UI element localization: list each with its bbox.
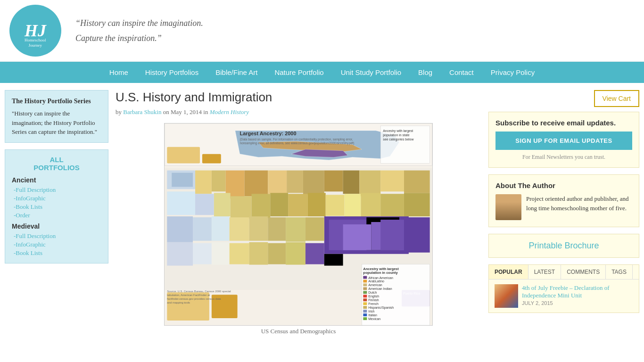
svg-rect-45 xyxy=(404,217,430,253)
site-tagline: “History can inspire the imagination. Ca… xyxy=(75,16,203,46)
post-image-container: Ancestry with largest population in stat… xyxy=(116,123,481,335)
svg-rect-58 xyxy=(249,242,268,265)
sidebar-medieval-book-lists[interactable]: -Book Lists xyxy=(12,249,101,257)
svg-rect-19 xyxy=(287,171,303,193)
svg-rect-24 xyxy=(380,171,404,192)
svg-text:American: American xyxy=(368,283,382,287)
svg-rect-74 xyxy=(363,283,367,286)
svg-rect-59 xyxy=(268,243,286,264)
email-signup-button[interactable]: SIGN UP FOR EMAIL UPDATES xyxy=(495,132,632,150)
tab-content: 4th of July Freebie – Declaration of Ind… xyxy=(489,280,639,313)
post-author[interactable]: Barbara Shukin xyxy=(123,108,161,115)
svg-text:tabulation, American FactFinde: tabulation, American FactFinder at xyxy=(167,294,210,296)
popular-post-date: JULY 2, 2015 xyxy=(522,300,633,306)
svg-rect-37 xyxy=(380,194,404,216)
svg-rect-25 xyxy=(404,171,430,193)
svg-rect-17 xyxy=(245,171,268,197)
svg-rect-3 xyxy=(202,154,221,164)
sidebar-series-title: The History Portfolio Series xyxy=(12,96,101,106)
sidebar-portfolios-box: ALLPORTFOLIOS Ancient -Full Description … xyxy=(5,149,108,263)
svg-rect-47 xyxy=(193,217,212,241)
svg-rect-48 xyxy=(212,216,230,241)
svg-text:French: French xyxy=(368,302,379,305)
svg-rect-14 xyxy=(195,171,212,194)
sidebar-ancient-order[interactable]: -Order xyxy=(12,211,101,220)
svg-text:Italian: Italian xyxy=(368,313,377,317)
svg-rect-92 xyxy=(363,317,367,320)
svg-text:(Data based on sample. For inf: (Data based on sample. For information o… xyxy=(240,138,353,141)
site-header: HJ HomeschoolJourney “History can inspir… xyxy=(0,0,644,62)
post-date: May 1, 2014 xyxy=(171,108,202,115)
sidebar-series-desc: "History can inspire the imagination; th… xyxy=(12,109,101,137)
svg-rect-34 xyxy=(326,195,345,216)
nav-nature-portfolio[interactable]: Nature Portfolio xyxy=(266,62,332,83)
sidebar-series-box: The History Portfolio Series "History ca… xyxy=(5,90,108,143)
main-nav: Home History Portfolios Bible/Fine Art N… xyxy=(0,62,644,83)
tab-comments[interactable]: COMMENTS xyxy=(561,265,606,279)
svg-text:see categories below: see categories below xyxy=(383,138,414,141)
nav-history-portfolios[interactable]: History Portfolios xyxy=(137,62,207,83)
svg-text:American Indian: American Indian xyxy=(368,287,392,290)
post-map-image: Ancestry with largest population in stat… xyxy=(164,123,433,326)
svg-rect-62 xyxy=(324,254,343,266)
svg-rect-36 xyxy=(361,193,380,217)
svg-rect-28 xyxy=(214,193,231,216)
sidebar-medieval-full-desc[interactable]: -Full Description xyxy=(12,232,101,240)
popular-post-text: 4th of July Freebie – Declaration of Ind… xyxy=(522,284,633,306)
svg-rect-78 xyxy=(363,291,367,294)
svg-rect-54 xyxy=(167,242,193,266)
nav-blog[interactable]: Blog xyxy=(410,62,441,83)
sidebar-medieval-infographic[interactable]: -InfoGraphic xyxy=(12,240,101,249)
image-caption: US Census and Demographics xyxy=(116,328,481,335)
svg-text:Source: U.S. Census Bureau, Ce: Source: U.S. Census Bureau, Census 2000 … xyxy=(167,290,231,293)
author-description: Project oriented author and publisher, a… xyxy=(526,194,632,213)
svg-rect-18 xyxy=(268,171,287,194)
nav-home[interactable]: Home xyxy=(101,62,137,83)
sidebar-ancient-full-desc[interactable]: -Full Description xyxy=(12,186,101,194)
all-portfolios-label: ALLPORTFOLIOS xyxy=(12,156,101,172)
tab-popular[interactable]: POPULAR xyxy=(489,265,528,279)
svg-rect-61 xyxy=(305,243,324,264)
sidebar-ancient-book-lists[interactable]: -Book Lists xyxy=(12,203,101,211)
post-category[interactable]: Modern History xyxy=(210,108,249,115)
svg-rect-70 xyxy=(363,276,367,279)
tabs-row: POPULAR LATEST COMMENTS TAGS xyxy=(489,265,639,280)
svg-rect-52 xyxy=(286,217,305,242)
svg-rect-32 xyxy=(288,194,308,216)
svg-rect-30 xyxy=(251,194,270,218)
svg-text:Ancestry with largest: Ancestry with largest xyxy=(363,267,399,271)
svg-text:nonsampling error, all definit: nonsampling error, all definitions, see … xyxy=(240,141,355,145)
sidebar-medieval-heading: Medieval xyxy=(12,222,101,230)
svg-rect-60 xyxy=(286,242,305,265)
svg-rect-50 xyxy=(249,216,268,241)
svg-rect-55 xyxy=(193,243,212,264)
nav-bible-fine-art[interactable]: Bible/Fine Art xyxy=(207,62,266,83)
printable-brochure-box: Printable Brochure xyxy=(488,234,639,258)
view-cart-button[interactable]: View Cart xyxy=(594,90,639,107)
nav-unit-study-portfolio[interactable]: Unit Study Portfolio xyxy=(332,62,410,83)
svg-text:population in state: population in state xyxy=(383,133,410,137)
svg-text:population in county: population in county xyxy=(363,271,398,275)
svg-text:Ancestry with largest: Ancestry with largest xyxy=(383,129,413,133)
nav-contact[interactable]: Contact xyxy=(441,62,482,83)
svg-text:Largest Ancestry: 2000: Largest Ancestry: 2000 xyxy=(240,131,297,136)
popular-post-link[interactable]: 4th of July Freebie – Declaration of Ind… xyxy=(522,284,610,299)
email-box-title: Subscribe to receive email updates. xyxy=(495,119,632,127)
svg-rect-53 xyxy=(305,217,324,241)
svg-rect-86 xyxy=(363,306,367,309)
svg-rect-20 xyxy=(303,171,324,195)
svg-rect-88 xyxy=(363,310,367,313)
svg-rect-80 xyxy=(363,295,367,297)
svg-rect-29 xyxy=(231,196,252,219)
sidebar-ancient-infographic[interactable]: -InfoGraphic xyxy=(12,194,101,203)
tab-tags[interactable]: TAGS xyxy=(606,265,633,279)
site-logo[interactable]: HJ HomeschoolJourney xyxy=(9,5,61,57)
tab-latest[interactable]: LATEST xyxy=(528,265,561,279)
main-layout: The History Portfolio Series "History ca… xyxy=(0,83,644,346)
svg-rect-23 xyxy=(359,171,380,197)
svg-rect-15 xyxy=(212,171,226,192)
nav-privacy-policy[interactable]: Privacy Policy xyxy=(482,62,543,83)
svg-rect-35 xyxy=(345,194,361,217)
svg-rect-13 xyxy=(172,173,193,187)
sidebar-ancient-heading: Ancient xyxy=(12,176,101,184)
